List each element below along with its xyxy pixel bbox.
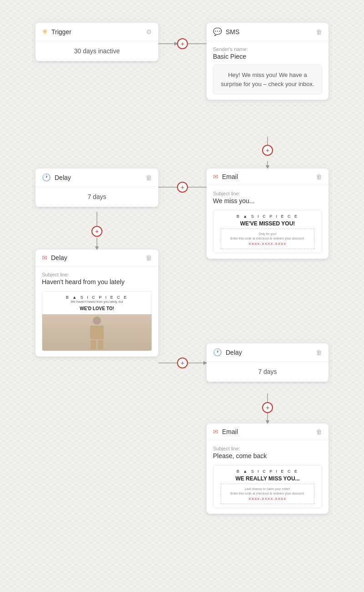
delay-right-header: 🕐 Delay 🗑 [207,343,329,362]
delay1-icon: 🕐 [42,173,51,182]
email1-dashed-box: Only for you! Enter this code at checkou… [221,229,314,249]
email1-preview-code: XXXX-XXXX-XXXX [223,242,312,246]
email1-label: Email [222,173,238,180]
email2-preview-top: B ▲ S I C P I E C E WE REALLY MISS YOU..… [213,465,322,508]
delay2-headline: WE'D LOVE TO! [47,306,147,311]
delay1-label: Delay [55,174,71,181]
email2-label: Email [222,428,238,435]
settings-icon[interactable]: ⚙ [146,28,152,36]
email2-headline: WE REALLY MISS YOU... [218,475,317,482]
email1-preview: B ▲ S I C P I E C E WE'VE MISSED YOU! On… [213,210,322,253]
trigger-label: Trigger [51,28,71,36]
delay2-header: ✉ Delay 🗑 [35,250,158,266]
email2-icon: ✉ [213,428,218,435]
email1-preview-small: Enter this code at checkout to redeem yo… [223,236,312,241]
delay-right-icon: 🕐 [213,348,222,357]
email2-subject-label: Subject line: [213,446,322,451]
email1-delete-icon[interactable]: 🗑 [316,173,322,180]
email2-dashed-box: Last chance to claim your order! Enter t… [221,484,314,504]
sms-delete-icon[interactable]: 🗑 [316,28,322,36]
delay2-model-image [42,314,152,351]
sms-header-left: 💬 SMS [213,27,239,36]
email2-header: ✉ Email 🗑 [207,424,329,440]
trigger-card: ✳ Trigger ⚙ 30 days inactive [35,23,158,61]
delay-right-header-left: 🕐 Delay [213,348,242,357]
email2-preview-code: XXXX-XXXX-XXXX [223,497,312,501]
delay2-card: ✉ Delay 🗑 Subject line: Haven't heard fr… [35,250,158,357]
delay2-subject: Haven't heard from you lately [42,278,152,286]
add-step-delay1-left[interactable] [177,182,188,193]
delay-right-value: 7 days [207,362,329,382]
add-step-sms-down[interactable] [262,145,273,156]
email1-headline: WE'VE MISSED YOU! [218,220,317,227]
add-step-delay1-down[interactable] [91,226,102,237]
delay2-delete-icon[interactable]: 🗑 [146,254,152,261]
delay1-header-left: 🕐 Delay [42,173,71,182]
delay2-preview-top: B ▲ S I C P I E C E We haven't heard fro… [42,291,152,314]
delay-right-label: Delay [226,349,242,356]
email2-header-left: ✉ Email [213,428,238,435]
email1-body: Subject line: We miss you... B ▲ S I C P… [207,185,329,259]
trigger-icon: ✳ [42,27,48,36]
delay-right-delete-icon[interactable]: 🗑 [316,349,322,356]
email2-brand: B ▲ S I C P I E C E [218,469,317,474]
trigger-header-left: ✳ Trigger [42,27,71,36]
email1-preview-top: B ▲ S I C P I E C E WE'VE MISSED YOU! On… [213,210,322,253]
delay1-value: 7 days [35,187,158,207]
sms-body: Sender's name: Basic Piece Hey! We miss … [207,41,329,100]
sms-label: SMS [226,28,239,36]
email2-body: Subject line: Please, come back B ▲ S I … [207,440,329,514]
email1-header: ✉ Email 🗑 [207,168,329,185]
canvas: ✳ Trigger ⚙ 30 days inactive 💬 SMS 🗑 Sen… [0,0,364,592]
add-step-delay2-right[interactable] [177,357,188,368]
email2-preview: B ▲ S I C P I E C E WE REALLY MISS YOU..… [213,465,322,508]
sms-message: Hey! We miss you! We have a surprise for… [213,65,322,94]
email1-subject-label: Subject line: [213,191,322,196]
add-step-delay-right-down[interactable] [262,402,273,413]
sender-name: Basic Piece [213,53,322,60]
sms-icon: 💬 [213,27,222,36]
sms-header: 💬 SMS 🗑 [207,23,329,41]
email1-brand: B ▲ S I C P I E C E [218,214,317,219]
add-step-trigger-sms[interactable] [177,38,188,49]
delay2-header-left: ✉ Delay [42,254,67,261]
delay2-email-icon: ✉ [42,254,47,261]
delay-right-card: 🕐 Delay 🗑 7 days [207,343,329,382]
delay2-brand: B ▲ S I C P I E C E [47,295,147,300]
delay1-card: 🕐 Delay 🗑 7 days [35,168,158,207]
delay2-label: Delay [51,254,67,261]
email1-header-left: ✉ Email [213,173,238,180]
email2-preview-small: Enter this code at checkout to redeem yo… [223,491,312,496]
delay1-delete-icon[interactable]: 🗑 [146,174,152,181]
email2-delete-icon[interactable]: 🗑 [316,428,322,435]
email2-subject: Please, come back [213,452,322,459]
email1-preview-sub: Only for you! [223,232,312,236]
email2-card: ✉ Email 🗑 Subject line: Please, come bac… [207,424,329,514]
delay2-subject-label: Subject line: [42,272,152,277]
delay2-body: Subject line: Haven't heard from you lat… [35,266,158,357]
email1-icon: ✉ [213,173,218,180]
trigger-header: ✳ Trigger ⚙ [35,23,158,41]
sms-card: 💬 SMS 🗑 Sender's name: Basic Piece Hey! … [207,23,329,100]
email2-preview-sub: Last chance to claim your order! [223,487,312,491]
delay1-header: 🕐 Delay 🗑 [35,168,158,187]
email1-subject: We miss you... [213,197,322,204]
delay2-sub-text: We haven't heard from you lately, but [47,300,147,305]
email1-card: ✉ Email 🗑 Subject line: We miss you... B… [207,168,329,259]
delay2-preview: B ▲ S I C P I E C E We haven't heard fro… [42,291,152,351]
sender-label: Sender's name: [213,46,322,52]
trigger-condition: 30 days inactive [35,41,158,61]
